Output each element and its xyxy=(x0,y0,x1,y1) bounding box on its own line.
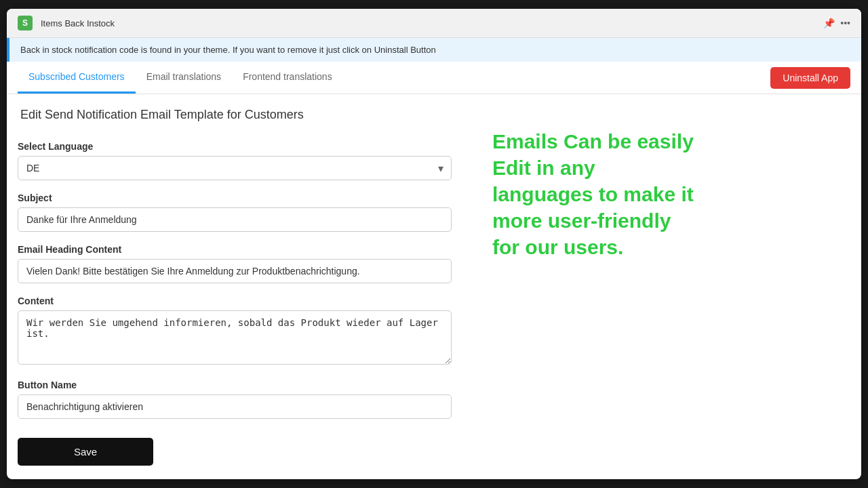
tab-email-translations[interactable]: Email translations xyxy=(136,62,233,94)
uninstall-app-button[interactable]: Uninstall App xyxy=(770,67,850,89)
subject-label: Subject xyxy=(18,192,452,203)
content-textarea[interactable] xyxy=(18,310,452,365)
more-options-icon[interactable]: ••• xyxy=(840,18,850,28)
pin-icon[interactable]: 📌 xyxy=(823,18,835,28)
language-label: Select Language xyxy=(18,141,452,152)
browser-titlebar: S Items Back Instock 📌 ••• xyxy=(7,9,861,38)
subject-group: Subject xyxy=(18,192,452,232)
email-heading-input[interactable] xyxy=(18,259,452,283)
tab-frontend-translations[interactable]: Frontend translations xyxy=(232,62,343,94)
form-title: Edit Send Notification Email Template fo… xyxy=(18,108,452,122)
browser-window: S Items Back Instock 📌 ••• Back in stock… xyxy=(7,9,861,479)
button-name-group: Button Name xyxy=(18,380,452,419)
tab-subscribed-customers[interactable]: Subscribed Customers xyxy=(18,62,136,94)
main-content: Edit Send Notification Email Template fo… xyxy=(7,94,861,479)
tabs-bar: Subscribed Customers Email translations … xyxy=(7,62,861,94)
content-group: Content xyxy=(18,296,452,367)
language-group: Select Language DE EN FR ES xyxy=(18,141,452,180)
email-heading-group: Email Heading Content xyxy=(18,244,452,283)
button-name-input[interactable] xyxy=(18,394,452,419)
app-icon: S xyxy=(18,16,33,30)
notification-text: Back in stock notification code is found… xyxy=(20,45,436,55)
notification-bar: Back in stock notification code is found… xyxy=(7,38,861,62)
content-label: Content xyxy=(18,296,452,306)
language-select-wrapper: DE EN FR ES xyxy=(18,156,452,180)
button-name-label: Button Name xyxy=(18,380,452,390)
promo-text: Emails Can be easily Edit in any languag… xyxy=(492,128,696,260)
titlebar-actions: 📌 ••• xyxy=(823,18,850,28)
language-select[interactable]: DE EN FR ES xyxy=(18,156,452,180)
form-section: Edit Send Notification Email Template fo… xyxy=(18,108,452,466)
email-heading-label: Email Heading Content xyxy=(18,244,452,255)
save-button[interactable]: Save xyxy=(18,438,153,466)
subject-input[interactable] xyxy=(18,207,452,232)
browser-title: Items Back Instock xyxy=(41,18,815,28)
promo-section: Emails Can be easily Edit in any languag… xyxy=(465,108,850,466)
